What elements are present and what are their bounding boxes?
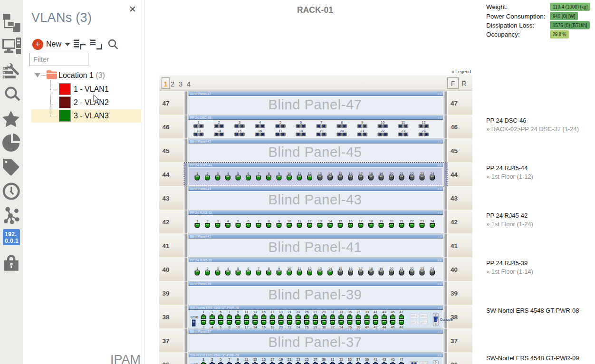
svg-text:5: 5 <box>220 357 221 362</box>
svg-text:47: 47 <box>163 100 170 107</box>
svg-text:2: 2 <box>206 267 208 271</box>
svg-text:PP 24 RJ45-42: PP 24 RJ45-42 <box>486 212 528 219</box>
svg-text:14: 14 <box>217 129 221 133</box>
svg-text:15: 15 <box>238 129 241 133</box>
svg-text:45: 45 <box>391 357 394 362</box>
svg-text:16: 16 <box>348 219 352 223</box>
svg-text:7: 7 <box>228 357 230 362</box>
svg-text:7: 7 <box>320 120 322 125</box>
svg-text:46: 46 <box>391 325 394 329</box>
svg-text:6: 6 <box>300 120 302 125</box>
svg-text:3: 3 <box>217 267 219 271</box>
svg-text:PP 24 DSC-46: PP 24 DSC-46 <box>486 117 526 124</box>
svg-text:4: 4 <box>227 172 229 176</box>
svg-text:7: 7 <box>228 310 230 314</box>
svg-text:21: 21 <box>400 172 403 176</box>
svg-text:36: 36 <box>163 361 170 364</box>
svg-text:12: 12 <box>245 325 249 329</box>
svg-text:21: 21 <box>400 219 403 223</box>
svg-text:15: 15 <box>262 310 266 314</box>
svg-text:35: 35 <box>348 310 352 314</box>
svg-text:18: 18 <box>369 267 373 271</box>
svg-text:27: 27 <box>313 357 317 362</box>
svg-text:19: 19 <box>379 172 383 176</box>
svg-text:45: 45 <box>163 147 170 154</box>
svg-text:13: 13 <box>253 357 257 362</box>
svg-text:25: 25 <box>305 357 308 362</box>
svg-text:Blind Panel-43: Blind Panel-43 <box>268 192 362 207</box>
svg-text:41: 41 <box>374 310 377 314</box>
svg-text:26: 26 <box>305 325 308 329</box>
svg-text:8: 8 <box>268 267 269 271</box>
svg-text:19: 19 <box>379 267 383 271</box>
svg-text:45: 45 <box>451 147 458 154</box>
svg-text:27: 27 <box>313 310 317 314</box>
svg-text:Blind Panel-45: Blind Panel-45 <box>268 144 362 160</box>
svg-text:17: 17 <box>270 310 274 314</box>
svg-text:16: 16 <box>262 325 266 329</box>
svg-text:5: 5 <box>237 219 239 223</box>
svg-text:46: 46 <box>163 124 170 131</box>
svg-text:20: 20 <box>389 219 393 223</box>
svg-text:37: 37 <box>356 310 360 314</box>
svg-text:F R: F R <box>438 93 442 96</box>
svg-text:PP 24 RJ45-39: PP 24 RJ45-39 <box>486 259 528 267</box>
svg-text:Blind Panel-39: Blind Panel-39 <box>268 287 362 302</box>
svg-text:44: 44 <box>163 171 170 178</box>
svg-text:17: 17 <box>359 267 363 271</box>
svg-text:F R: F R <box>438 307 442 309</box>
svg-text:Dissipation Loss:: Dissipation Loss: <box>486 22 534 29</box>
svg-text:24: 24 <box>430 267 434 271</box>
svg-text:4: 4 <box>227 219 229 223</box>
svg-text:18: 18 <box>299 129 303 133</box>
svg-text:10: 10 <box>381 120 384 125</box>
svg-text:Weight:: Weight: <box>486 3 508 10</box>
svg-text:0.0.1: 0.0.1 <box>5 238 19 244</box>
svg-text:10: 10 <box>287 267 291 271</box>
svg-text:Blind Panel-43: Blind Panel-43 <box>190 187 211 191</box>
svg-text:43: 43 <box>451 195 458 202</box>
svg-text:« Legend: « Legend <box>451 69 471 74</box>
svg-text:10: 10 <box>236 325 240 329</box>
svg-text:18: 18 <box>369 219 373 223</box>
svg-text:13: 13 <box>318 219 322 223</box>
svg-text:4: 4 <box>187 80 191 88</box>
svg-text:22: 22 <box>410 172 413 176</box>
svg-text:14: 14 <box>328 267 332 271</box>
svg-text:PP 24 RJ45-42: PP 24 RJ45-42 <box>190 211 212 214</box>
svg-text:11: 11 <box>402 120 405 125</box>
svg-text:23: 23 <box>296 310 300 314</box>
svg-text:» 1st Floor (1-14): » 1st Floor (1-14) <box>486 268 533 275</box>
svg-text:3: 3 <box>239 120 240 125</box>
svg-text:SW-Nortel ERS 4548 GT-PWR-09: SW-Nortel ERS 4548 GT-PWR-09 <box>190 354 239 357</box>
svg-text:PP 24 RJ45-39: PP 24 RJ45-39 <box>190 259 212 262</box>
svg-text:23: 23 <box>420 267 424 271</box>
svg-text:4: 4 <box>227 267 229 271</box>
svg-text:40: 40 <box>451 266 458 273</box>
svg-text:Occupancy:: Occupancy: <box>486 31 520 38</box>
svg-text:R: R <box>461 80 466 87</box>
svg-text:47: 47 <box>399 357 403 362</box>
svg-text:20: 20 <box>279 325 283 329</box>
svg-text:12: 12 <box>307 267 311 271</box>
svg-text:43: 43 <box>382 357 386 362</box>
svg-text:38: 38 <box>356 325 360 329</box>
svg-text:39: 39 <box>365 310 369 314</box>
svg-text:17: 17 <box>278 129 282 133</box>
svg-text:Blind Panel-47: Blind Panel-47 <box>190 92 211 96</box>
svg-text:SW-Nortel ERS 4548 GT-PWR-08: SW-Nortel ERS 4548 GT-PWR-08 <box>486 307 579 314</box>
svg-text:20: 20 <box>340 129 344 133</box>
svg-text:Console: Console <box>440 317 453 322</box>
svg-text:Blind Panel-39: Blind Panel-39 <box>190 282 211 286</box>
svg-text:16: 16 <box>258 129 262 133</box>
svg-text:RACK-01: RACK-01 <box>297 5 333 15</box>
svg-text:29: 29 <box>322 357 326 362</box>
svg-text:8: 8 <box>268 172 269 176</box>
svg-text:33: 33 <box>339 357 343 362</box>
svg-text:42: 42 <box>374 325 377 329</box>
svg-text:11: 11 <box>245 357 249 362</box>
svg-text:5: 5 <box>237 267 239 271</box>
svg-text:940 (0) [W]: 940 (0) [W] <box>553 13 576 19</box>
svg-text:17: 17 <box>359 172 363 176</box>
svg-text:6: 6 <box>247 267 249 271</box>
